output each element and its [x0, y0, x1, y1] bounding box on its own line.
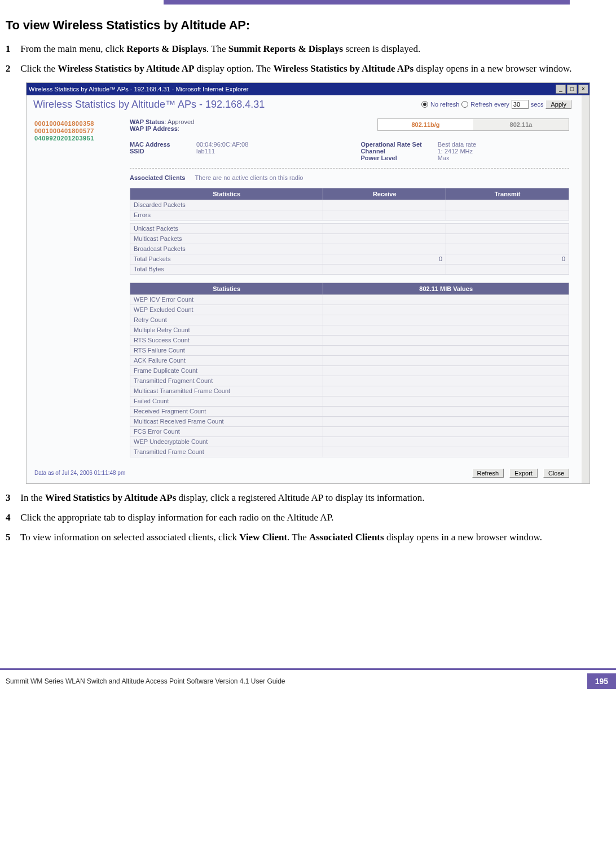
- channel-label: Channel: [361, 148, 422, 155]
- table-row: Total Packets00: [130, 254, 569, 264]
- tab-80211a[interactable]: 802.11a: [473, 119, 569, 130]
- power-label: Power Level: [361, 155, 422, 161]
- screenshot-window: Wireless Statistics by Altitude™ APs - 1…: [26, 82, 590, 484]
- channel-value: 1: 2412 MHz: [438, 148, 477, 155]
- maximize-icon[interactable]: □: [567, 85, 577, 94]
- apply-button[interactable]: Apply: [545, 100, 571, 109]
- step-number: 4: [6, 512, 18, 524]
- col-statistics: Statistics: [130, 188, 323, 200]
- table-row: Unicast Packets: [130, 223, 569, 233]
- no-refresh-label: No refresh: [430, 101, 459, 108]
- step-number: 2: [6, 63, 18, 76]
- assoc-message: There are no active clients on this radi…: [195, 174, 303, 181]
- associated-clients-row: Associated Clients There are no active c…: [130, 174, 569, 181]
- mac-value: 00:04:96:0C:AF:08: [196, 141, 248, 148]
- refresh-seconds-input[interactable]: [512, 100, 529, 109]
- step-4: 4 Click the appropriate tab to display i…: [6, 512, 605, 524]
- table-row: Retry Count: [130, 315, 569, 325]
- col-transmit: Transmit: [446, 188, 569, 200]
- table-row: Transmitted Frame Count: [130, 447, 569, 457]
- tab-80211bg[interactable]: 802.11b/g: [378, 119, 473, 130]
- section-heading: To view Wireless Statistics by Altitude …: [6, 18, 605, 33]
- steps-list: 1 From the main menu, click Reports & Di…: [6, 43, 605, 76]
- refresh-every-label: Refresh every: [470, 101, 509, 108]
- step-number: 5: [6, 531, 18, 544]
- separator: [130, 168, 569, 169]
- minimize-icon[interactable]: _: [556, 85, 566, 94]
- no-refresh-radio[interactable]: [421, 101, 428, 108]
- table-row: WEP Excluded Count: [130, 305, 569, 315]
- step-text: Click the appropriate tab to display inf…: [20, 512, 333, 523]
- table-row: Total Bytes: [130, 264, 569, 274]
- assoc-label: Associated Clients: [130, 174, 185, 181]
- refresh-controls: No refresh Refresh every secs Apply: [421, 100, 571, 109]
- export-button[interactable]: Export: [509, 469, 538, 478]
- step-1: 1 From the main menu, click Reports & Di…: [6, 43, 605, 56]
- footer-text: Summit WM Series WLAN Switch and Altitud…: [6, 677, 285, 685]
- oprate-value: Best data rate: [438, 141, 477, 148]
- screenshot-footer: Data as of Jul 24, 2006 01:11:48 pm Refr…: [27, 465, 582, 480]
- table-row: Frame Duplicate Count: [130, 365, 569, 376]
- table-row: Failed Count: [130, 396, 569, 406]
- close-button[interactable]: Close: [543, 469, 569, 478]
- content-title: Wireless Statistics by Altitude™ APs - 1…: [33, 99, 265, 111]
- table-row: ACK Failure Count: [130, 355, 569, 365]
- oprate-label: Operational Rate Set: [361, 141, 422, 148]
- radio-tabs: 802.11b/g 802.11a: [377, 118, 569, 131]
- table-row: Transmitted Fragment Count: [130, 376, 569, 386]
- step-text: In the Wired Statistics by Altitude APs …: [20, 492, 424, 503]
- window-buttons: _ □ ×: [556, 85, 588, 94]
- col-receive: Receive: [323, 188, 446, 200]
- window-titlebar: Wireless Statistics by Altitude™ APs - 1…: [27, 83, 589, 95]
- page-number-badge: 195: [587, 673, 616, 689]
- ssid-label: SSID: [130, 148, 181, 155]
- table-row: RTS Success Count: [130, 335, 569, 345]
- col-mib: 802.11 MIB Values: [323, 283, 569, 294]
- table-row: Multicast Packets: [130, 233, 569, 244]
- ap-link[interactable]: 0409920201203951: [34, 135, 121, 142]
- step-2: 2 Click the Wireless Statistics by Altit…: [6, 63, 605, 76]
- details-panel: WAP Status: Approved WAP IP Address: 802…: [125, 116, 582, 465]
- table-row: RTS Failure Count: [130, 345, 569, 355]
- step-text: Click the Wireless Statistics by Altitud…: [20, 63, 571, 74]
- window-title: Wireless Statistics by Altitude™ APs - 1…: [29, 86, 248, 92]
- table-row: Discarded Packets: [130, 200, 569, 210]
- step-5: 5 To view information on selected associ…: [6, 531, 605, 544]
- table-row: Broadcast Packets: [130, 244, 569, 254]
- mac-label: MAC Address: [130, 141, 181, 148]
- wap-info: WAP Status: Approved WAP IP Address:: [130, 118, 194, 132]
- ssid-value: lab111: [196, 148, 248, 155]
- step-number: 3: [6, 492, 18, 505]
- table-row: Multicast Received Frame Count: [130, 416, 569, 426]
- ap-link[interactable]: 0001000401800577: [34, 127, 121, 134]
- table-row: WEP ICV Error Count: [130, 294, 569, 305]
- refresh-button[interactable]: Refresh: [472, 469, 504, 478]
- table-row: Multiple Retry Count: [130, 325, 569, 335]
- steps-list-cont: 3 In the Wired Statistics by Altitude AP…: [6, 492, 605, 544]
- secs-label: secs: [531, 101, 544, 108]
- table-row: Multicast Transmitted Frame Count: [130, 386, 569, 396]
- step-3: 3 In the Wired Statistics by Altitude AP…: [6, 492, 605, 505]
- step-text: From the main menu, click Reports & Disp…: [20, 43, 420, 54]
- step-text: To view information on selected associat…: [20, 532, 542, 543]
- ap-list-nav: 0001000401800358 0001000401800577 040992…: [27, 116, 125, 465]
- table-row: Errors: [130, 210, 569, 220]
- close-icon[interactable]: ×: [578, 85, 588, 94]
- col-statistics: Statistics: [130, 283, 323, 294]
- stats-table-1: Statistics Receive Transmit Discarded Pa…: [130, 188, 569, 275]
- table-row: WEP Undecryptable Count: [130, 437, 569, 447]
- refresh-every-radio[interactable]: [461, 101, 468, 108]
- stats-table-2: Statistics 802.11 MIB Values WEP ICV Err…: [130, 283, 569, 457]
- page-header-bar: [164, 0, 570, 5]
- ap-link[interactable]: 0001000401800358: [34, 120, 121, 127]
- power-value: Max: [438, 155, 477, 161]
- data-timestamp: Data as of Jul 24, 2006 01:11:48 pm: [34, 470, 125, 476]
- table-row: FCS Error Count: [130, 426, 569, 437]
- step-number: 1: [6, 43, 18, 56]
- page-footer: Summit WM Series WLAN Switch and Altitud…: [0, 668, 616, 695]
- table-row: Received Fragment Count: [130, 406, 569, 416]
